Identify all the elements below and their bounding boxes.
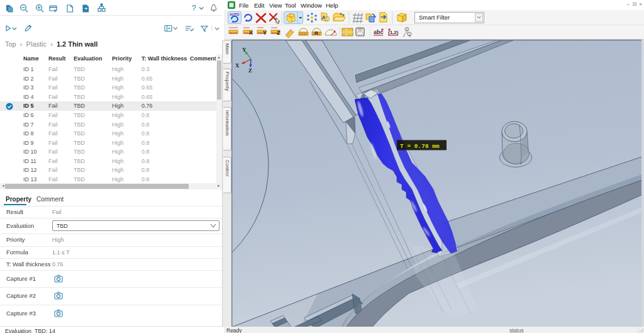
svg-text:?: ?	[192, 4, 196, 13]
svg-text:Z: Z	[248, 67, 252, 74]
svg-text:R: R	[314, 30, 318, 36]
svg-text:Smart Filter: Smart Filter	[419, 14, 450, 21]
svg-text:Y: Y	[242, 47, 247, 53]
svg-text:T = 0.76 mm: T = 0.76 mm	[400, 143, 440, 150]
svg-text:X: X	[249, 30, 253, 36]
svg-text:1: 1	[406, 28, 408, 31]
svg-text:(1,2): (1,2)	[388, 30, 399, 35]
svg-text:X: X	[235, 62, 240, 69]
svg-text:2: 2	[409, 33, 411, 37]
svg-text:Y: Y	[263, 30, 267, 36]
svg-text:Z: Z	[277, 30, 280, 36]
